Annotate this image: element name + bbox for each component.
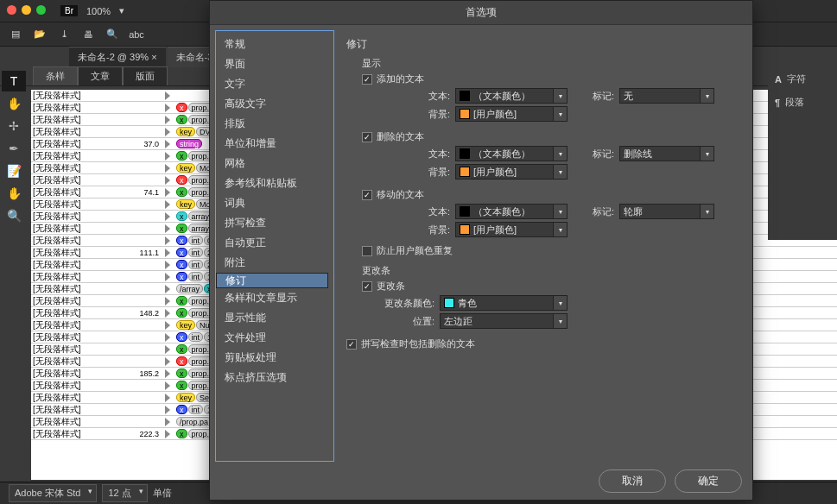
disclosure-cell[interactable] <box>161 249 174 257</box>
save-icon[interactable]: ⤓ <box>57 28 71 41</box>
prefs-nav-item[interactable]: 单位和增量 <box>216 134 333 154</box>
prefs-nav-item[interactable]: 条样和文章显示 <box>216 288 333 308</box>
moved-text-checkbox[interactable] <box>362 190 372 200</box>
move-tool-icon[interactable]: ✢ <box>2 116 26 136</box>
disclosure-cell[interactable] <box>161 176 174 185</box>
disclosure-cell[interactable] <box>161 236 174 245</box>
moved-mark-select[interactable]: 轮廓▾ <box>619 204 714 219</box>
disclosure-cell[interactable] <box>161 297 174 306</box>
changebar-checkbox[interactable] <box>362 281 372 292</box>
disclosure-cell[interactable] <box>161 285 174 293</box>
bridge-badge[interactable]: Br <box>60 5 78 16</box>
pen-tool-icon[interactable]: ✒ <box>2 138 26 159</box>
moved-bg-select[interactable]: [用户颜色]▾ <box>455 222 568 237</box>
tag-pill: /array <box>176 284 203 293</box>
disclosure-cell[interactable] <box>161 333 174 342</box>
cancel-button[interactable]: 取消 <box>599 469 666 493</box>
added-text-checkbox[interactable] <box>362 74 372 85</box>
disclosure-cell[interactable] <box>161 200 174 209</box>
prefs-nav-item[interactable]: 界面 <box>216 54 333 74</box>
changebar-color-select[interactable]: 青色▾ <box>440 295 568 311</box>
prefs-nav-item[interactable]: 排版 <box>216 114 333 134</box>
zoom-chevron-icon[interactable]: ▾ <box>119 5 124 16</box>
deleted-text-color-select[interactable]: （文本颜色）▾ <box>455 146 568 161</box>
prefs-nav-item[interactable]: 参考线和粘贴板 <box>216 173 333 193</box>
close-icon[interactable]: × <box>151 52 156 62</box>
prefs-nav-item[interactable]: 文字 <box>216 74 333 94</box>
prefs-nav-item[interactable]: 词典 <box>216 193 333 213</box>
subtab-layout[interactable]: 版面 <box>123 66 168 85</box>
disclosure-cell[interactable] <box>161 321 174 330</box>
added-bg-select[interactable]: [用户颜色]▾ <box>455 106 568 122</box>
doc-tab-1[interactable]: 未命名-2 @ 39% × <box>69 47 166 67</box>
prefs-nav-item[interactable]: 常规 <box>216 35 333 54</box>
panel-paragraph[interactable]: ¶段落 <box>768 91 837 114</box>
disclosure-cell[interactable] <box>161 345 174 354</box>
search-icon[interactable]: 🔍 <box>105 28 119 41</box>
new-icon[interactable]: ▤ <box>9 28 22 41</box>
subtab-story[interactable]: 文章 <box>78 66 123 85</box>
font-dropdown[interactable]: Adobe 宋体 Std <box>9 484 97 502</box>
prefs-nav-item[interactable]: 剪贴板处理 <box>216 348 333 368</box>
tag-pill: key <box>176 163 195 173</box>
open-icon[interactable]: 📂 <box>33 28 47 41</box>
prefs-nav-item[interactable]: 高级文字 <box>216 94 333 114</box>
prefs-nav-item[interactable]: 拼写检查 <box>216 213 333 233</box>
added-text-color-select[interactable]: （文本颜色）▾ <box>455 88 568 104</box>
deleted-text-checkbox[interactable] <box>362 132 372 142</box>
prefs-nav-item[interactable]: 显示性能 <box>216 308 333 328</box>
disclosure-cell[interactable] <box>161 140 174 148</box>
grab-tool-icon[interactable]: ✋ <box>2 183 26 204</box>
close-window-icon[interactable] <box>7 5 16 15</box>
prefs-nav-item[interactable]: 自动更正 <box>216 233 333 253</box>
added-mark-select[interactable]: 无▾ <box>619 88 714 104</box>
prevent-dup-checkbox[interactable] <box>362 246 372 256</box>
disclosure-cell[interactable] <box>161 188 174 197</box>
panel-character[interactable]: A字符 <box>768 67 837 91</box>
disclosure-cell[interactable] <box>161 116 174 124</box>
zoom-window-icon[interactable] <box>36 5 46 15</box>
para-style-cell: [无段落样式] <box>31 416 135 428</box>
deleted-mark-select[interactable]: 删除线▾ <box>619 146 714 161</box>
disclosure-cell[interactable] <box>161 212 174 221</box>
disclosure-cell[interactable] <box>161 164 174 173</box>
subtab-strip[interactable]: 条样 <box>33 66 78 85</box>
disclosure-cell[interactable] <box>161 152 174 161</box>
ok-button[interactable]: 确定 <box>675 469 742 493</box>
prefs-nav-item[interactable]: 文件处理 <box>216 328 333 348</box>
disclosure-cell[interactable] <box>161 128 174 136</box>
changebar-pos-select[interactable]: 左边距▾ <box>440 313 568 329</box>
prefs-nav-item[interactable]: 修订 <box>216 273 328 288</box>
disclosure-cell[interactable] <box>161 406 174 414</box>
prefs-nav-item[interactable]: 标点挤压选项 <box>216 368 333 387</box>
type-tool-icon[interactable]: T <box>2 71 26 91</box>
disclosure-cell[interactable] <box>161 261 174 269</box>
disclosure-cell[interactable] <box>161 394 174 402</box>
print-icon[interactable]: 🖶 <box>81 28 95 41</box>
disclosure-cell[interactable] <box>161 381 174 390</box>
disclosure-cell[interactable] <box>161 369 174 378</box>
prefs-nav-item[interactable]: 网格 <box>216 154 333 173</box>
disclosure-cell[interactable] <box>161 91 174 100</box>
disclosure-cell[interactable] <box>161 273 174 281</box>
note-tool-icon[interactable]: 📝 <box>2 161 26 181</box>
spell-icon[interactable]: abc <box>130 28 143 41</box>
disclosure-cell[interactable] <box>161 430 174 438</box>
disclosure-cell[interactable] <box>161 224 174 233</box>
tag-pill: int <box>188 260 204 269</box>
hand-tool-icon[interactable]: ✋ <box>2 93 26 114</box>
disclosure-cell[interactable] <box>161 357 174 366</box>
tag-pill: x <box>176 175 187 185</box>
disclosure-cell[interactable] <box>161 418 174 426</box>
disclosure-cell[interactable] <box>161 309 174 318</box>
minimize-window-icon[interactable] <box>22 5 31 15</box>
zoom-tool-icon[interactable]: 🔍 <box>2 205 26 226</box>
triangle-icon <box>165 406 170 414</box>
zoom-level[interactable]: 100% <box>86 6 111 16</box>
spell-include-checkbox[interactable] <box>346 339 357 350</box>
deleted-bg-select[interactable]: [用户颜色]▾ <box>455 164 568 180</box>
size-dropdown[interactable]: 12 点 <box>102 484 147 502</box>
disclosure-cell[interactable] <box>161 104 174 112</box>
moved-text-color-select[interactable]: （文本颜色）▾ <box>455 204 568 219</box>
prefs-nav-item[interactable]: 附注 <box>216 253 333 273</box>
